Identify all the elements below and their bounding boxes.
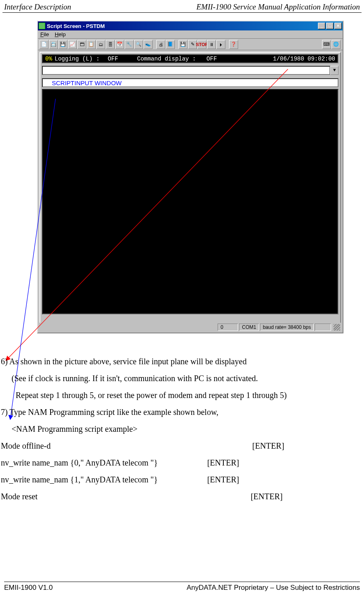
- tb-run-icon[interactable]: 👟: [144, 40, 153, 49]
- tb-note-icon[interactable]: 📋: [87, 40, 96, 49]
- script-command-row: Mode offline-d[ENTER]: [1, 438, 360, 454]
- line-6: 6) As shown in the picture above, servic…: [1, 353, 360, 370]
- script-input-label[interactable]: SCRIPTINPUT WINDOW: [42, 78, 338, 87]
- enter-key-label: [ENTER]: [207, 471, 239, 488]
- tb-tools-icon[interactable]: 🔧: [125, 40, 134, 49]
- tb-help-icon[interactable]: ❓: [229, 40, 238, 49]
- percent-value: 0%: [45, 56, 52, 62]
- body-text: 6) As shown in the picture above, servic…: [1, 353, 360, 505]
- combo-dropdown-button[interactable]: ▾: [330, 66, 338, 75]
- status-strip: 0% Logging (L) : OFF Command display : O…: [42, 54, 338, 63]
- logging-label: Logging (L) :: [55, 56, 100, 62]
- menu-file[interactable]: File: [40, 31, 49, 37]
- terminal-output[interactable]: [42, 89, 338, 314]
- enter-key-label: [ENTER]: [250, 488, 283, 505]
- enter-key-label: [ENTER]: [207, 454, 239, 471]
- cmd-display-value: OFF: [206, 56, 217, 62]
- maximize-button[interactable]: □: [326, 23, 334, 29]
- footer-left: EMII-1900 V1.0: [4, 584, 53, 592]
- tb-stop-icon[interactable]: STOP: [197, 40, 206, 49]
- script-command-row: nv_write name_nam {0," AnyDATA telecom "…: [1, 454, 360, 471]
- app-window: Script Screen - PSTDM _ □ × File Help 📄 …: [37, 21, 343, 333]
- line-6b: Repeat step 1 through 5, or reset the po…: [1, 387, 360, 404]
- command-combo-row: ▾: [42, 66, 338, 75]
- app-icon: [39, 23, 45, 29]
- statusbar-pane-baud: baud rate= 38400 bps: [260, 324, 314, 331]
- script-command-row: nv_write name_nam {1," AnyDATA telecom "…: [1, 471, 360, 488]
- window-title: Script Screen - PSTDM: [47, 23, 318, 29]
- header-rule: [2, 12, 362, 13]
- tb-cal-icon[interactable]: 📅: [115, 40, 124, 49]
- tb-globe-icon[interactable]: 🌐: [332, 40, 341, 49]
- line-7a: <NAM Programming script example>: [1, 421, 360, 438]
- tb-disk-icon[interactable]: 💾: [179, 40, 188, 49]
- statusbar-pane-count: 0: [218, 324, 238, 331]
- cmd-display-label: Command display :: [137, 56, 196, 62]
- toolbar: 📄 📇 💾 📈 🗔 📋 🗂 🗄 📅 🔧 🔍 👟 🖨 📘 💾 ✎ STOP ⏸ ⏵…: [38, 39, 343, 50]
- script-command: nv_write name_nam {1," AnyDATA telecom "…: [1, 471, 207, 488]
- resize-grip-icon[interactable]: [334, 324, 340, 331]
- script-command-row: Mode reset[ENTER]: [1, 488, 360, 505]
- script-command: Mode reset: [1, 488, 250, 505]
- footer-right: AnyDATA.NET Proprietary – Use Subject to…: [187, 584, 360, 592]
- statusbar-pane-empty: [315, 324, 331, 331]
- tb-doc-icon[interactable]: 📄: [39, 40, 49, 49]
- tb-keyboard-icon[interactable]: ⌨: [322, 40, 331, 49]
- page-footer: EMII-1900 V1.0 AnyDATA.NET Proprietary –…: [0, 582, 364, 592]
- clock-value: 1/06/1980 09:02:00: [273, 56, 335, 62]
- statusbar-pane-port: COM1: [239, 324, 259, 331]
- line-7: 7) Type NAM Programming script like the …: [1, 404, 360, 421]
- tb-save-icon[interactable]: 💾: [58, 40, 67, 49]
- tb-print-icon[interactable]: 🖨: [156, 40, 165, 49]
- tb-play-icon[interactable]: ⏵: [216, 40, 225, 49]
- menubar: File Help: [38, 30, 343, 39]
- footer-rule: [4, 582, 360, 582]
- window-buttons: _ □ ×: [318, 23, 342, 29]
- tb-chart-icon[interactable]: 📈: [68, 40, 77, 49]
- statusbar: 0 COM1 baud rate= 38400 bps: [39, 323, 342, 332]
- header-left: Interface Description: [4, 2, 71, 12]
- minimize-button[interactable]: _: [318, 23, 325, 29]
- tb-card-icon[interactable]: 📇: [49, 40, 58, 49]
- command-input[interactable]: [42, 66, 330, 75]
- client-area: 0% Logging (L) : OFF Command display : O…: [39, 52, 341, 328]
- script-input-text: SCRIPTINPUT WINDOW: [52, 79, 122, 86]
- tb-pause-icon[interactable]: ⏸: [207, 40, 216, 49]
- tb-folder-icon[interactable]: 🗂: [96, 40, 105, 49]
- tb-window-icon[interactable]: 🗔: [77, 40, 86, 49]
- tb-search-icon[interactable]: 🔍: [134, 40, 143, 49]
- tb-db-icon[interactable]: 🗄: [106, 40, 115, 49]
- enter-key-label: [ENTER]: [252, 438, 284, 454]
- menu-help[interactable]: Help: [55, 31, 66, 37]
- page-header: Interface Description EMII-1900 Service …: [0, 0, 364, 12]
- tb-book-icon[interactable]: 📘: [166, 40, 175, 49]
- close-button[interactable]: ×: [334, 23, 342, 29]
- header-right: EMII-1900 Service Manual Application Inf…: [196, 2, 360, 12]
- line-6a: (See if clock is running. If it isn't, c…: [1, 370, 360, 387]
- titlebar: Script Screen - PSTDM _ □ ×: [38, 21, 343, 30]
- script-command: Mode offline-d: [1, 438, 252, 454]
- logging-value: OFF: [108, 56, 118, 62]
- script-command: nv_write name_nam {0," AnyDATA telecom "…: [1, 454, 207, 471]
